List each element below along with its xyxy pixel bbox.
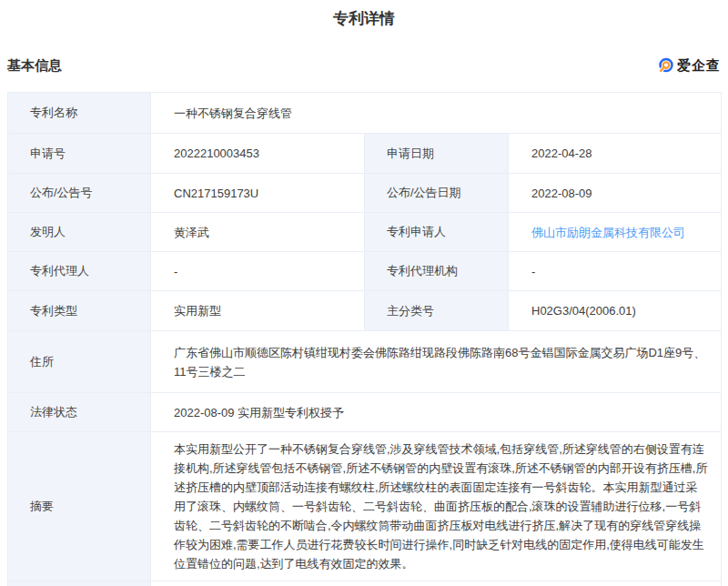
page-title: 专利详情 [0,9,728,29]
field-label: 摘要 [8,432,151,581]
field-value: 2022-08-09 实用新型专利权授予 [151,393,722,432]
field-value: 一种不锈钢复合穿线管 [151,93,722,134]
field-value: 佛山市励朗金属科技有限公司 [509,213,722,252]
field-value: - [151,252,365,291]
brand-name: 爱企查 [677,57,721,75]
field-value [151,581,722,586]
table-row-agent: 专利代理人 - 专利代理机构 - [8,252,722,291]
field-label: 申请号 [8,134,151,174]
patent-info-table: 专利名称 一种不锈钢复合穿线管 申请号 2022210003453 申请日期 2… [7,92,722,586]
field-label: 主分类号 [365,291,509,331]
field-value: 黄泽武 [151,213,365,252]
table-row-clipped [8,581,722,586]
applicant-link[interactable]: 佛山市励朗金属科技有限公司 [531,226,685,239]
table-row-publication: 公布/公告号 CN217159173U 公布/公告日期 2022-08-09 [8,174,722,213]
field-label: 住所 [8,331,151,393]
field-label: 公布/公告日期 [365,174,509,213]
field-label: 法律状态 [8,393,151,432]
table-row-application: 申请号 2022210003453 申请日期 2022-04-28 [8,134,722,174]
field-value: 2022-08-09 [509,174,722,213]
field-label: 发明人 [8,213,151,252]
table-row-patent-type: 专利类型 实用新型 主分类号 H02G3/04(2006.01) [8,291,722,331]
magnifier-q-icon [658,57,674,74]
field-value: CN217159173U [151,174,365,213]
field-value: 2022210003453 [151,134,365,174]
section-header: 基本信息 爱企查 [7,55,721,76]
field-value: - [509,252,722,291]
field-label: 申请日期 [365,134,509,174]
field-label: 专利代理机构 [365,252,509,291]
section-title: 基本信息 [7,55,62,76]
table-row-patent-name: 专利名称 一种不锈钢复合穿线管 [8,93,722,134]
field-label: 专利申请人 [365,213,509,252]
field-value: 2022-04-28 [509,134,722,174]
table-row-abstract: 摘要 本实用新型公开了一种不锈钢复合穿线管,涉及穿线管技术领域,包括穿线管,所述… [8,432,722,581]
field-label: 公布/公告号 [8,174,151,213]
field-label: 专利代理人 [8,252,151,291]
field-label: 专利类型 [8,291,151,331]
field-label [8,581,151,586]
field-label: 专利名称 [8,93,151,134]
field-value: H02G3/04(2006.01) [509,291,722,331]
field-value: 实用新型 [151,291,365,331]
field-value: 本实用新型公开了一种不锈钢复合穿线管,涉及穿线管技术领域,包括穿线管,所述穿线管… [151,432,722,581]
table-row-address: 住所 广东省佛山市顺德区陈村镇绀现村委会佛陈路绀现路段佛陈路南68号金锠国际金属… [8,331,722,393]
aiqicha-logo[interactable]: 爱企查 [658,57,721,75]
table-row-inventor: 发明人 黄泽武 专利申请人 佛山市励朗金属科技有限公司 [8,213,722,252]
patent-detail-page: 专利详情 基本信息 爱企查 专利名称 一种不锈钢复合穿线管 [0,9,728,586]
field-value: 广东省佛山市顺德区陈村镇绀现村委会佛陈路绀现路段佛陈路南68号金锠国际金属交易广… [151,331,722,393]
table-row-legal-status: 法律状态 2022-08-09 实用新型专利权授予 [8,393,722,432]
